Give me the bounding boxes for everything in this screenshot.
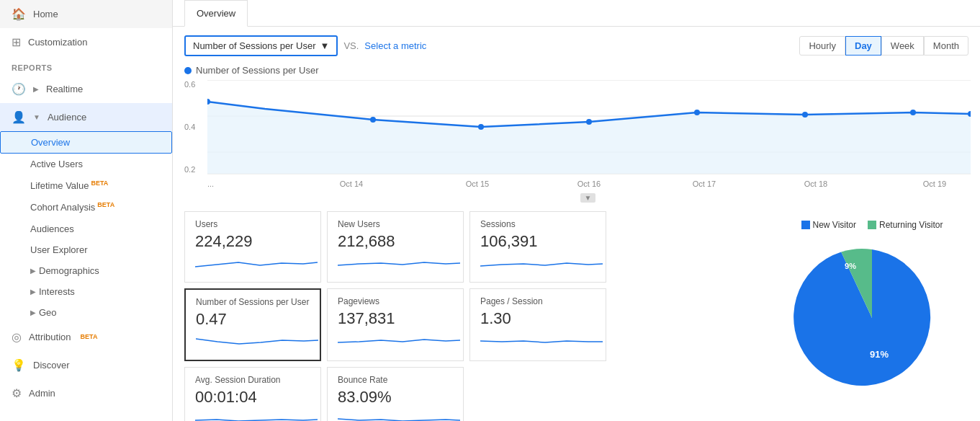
vs-text: VS. <box>343 40 359 51</box>
demographics-chevron: ▶ <box>30 267 36 275</box>
admin-icon: ⚙ <box>12 386 22 400</box>
sidebar-label-discover: Discover <box>33 360 70 371</box>
geo-chevron: ▶ <box>30 309 36 316</box>
sidebar-item-realtime[interactable]: 🕐 ▶ Realtime <box>0 75 172 103</box>
realtime-chevron: ▶ <box>33 85 39 93</box>
time-btn-hourly[interactable]: Hourly <box>799 36 845 56</box>
sidebar-label-customization: Customization <box>28 37 87 48</box>
time-btn-day[interactable]: Day <box>845 36 881 56</box>
audience-icon: 👤 <box>12 110 26 124</box>
metric-card-new-users[interactable]: New Users 212,688 <box>327 211 464 283</box>
main-content-row: Users 224,229 New Users 212,688 Se <box>173 211 980 421</box>
dropdown-arrow-icon: ▼ <box>320 40 330 51</box>
sidebar-item-cohort-analysis[interactable]: Cohort AnalysisBETA <box>0 196 172 218</box>
cohort-analysis-beta: BETA <box>97 201 114 208</box>
metric-card-value-sessions-per-user: 0.47 <box>196 310 310 329</box>
metric-card-sessions-per-user[interactable]: Number of Sessions per User 0.47 <box>184 288 321 361</box>
select-metric-link[interactable]: Select a metric <box>364 40 426 51</box>
metric-card-title-bounce-rate: Bounce Rate <box>338 375 453 385</box>
sidebar-item-home[interactable]: 🏠 Home <box>0 0 172 28</box>
sidebar: 🏠 Home ⊞ Customization REPORTS 🕐 ▶ Realt… <box>0 0 173 421</box>
time-btn-month[interactable]: Month <box>924 36 968 56</box>
pie-legend-new-visitor: New Visitor <box>801 220 856 230</box>
sidebar-label-admin: Admin <box>29 388 55 399</box>
mini-chart-bounce-rate <box>338 409 460 421</box>
metric-card-value-pages-per-session: 1.30 <box>480 309 595 328</box>
time-buttons: Hourly Day Week Month <box>799 36 968 56</box>
mini-chart-users <box>195 254 318 275</box>
metric-card-title-avg-session-duration: Avg. Session Duration <box>195 375 310 385</box>
reports-section-label: REPORTS <box>0 56 172 75</box>
chart-legend: Number of Sessions per User <box>184 65 968 76</box>
sidebar-item-admin[interactable]: ⚙ Admin <box>0 379 172 407</box>
sidebar-label-overview: Overview <box>31 137 70 148</box>
metric-card-title-pages-per-session: Pages / Session <box>480 296 595 306</box>
metric-card-title-pageviews: Pageviews <box>338 296 453 306</box>
metric-card-users[interactable]: Users 224,229 <box>184 211 321 283</box>
metric-row: Number of Sessions per User ▼ VS. Select… <box>184 35 968 56</box>
chart-area: Number of Sessions per User ▼ VS. Select… <box>173 27 980 211</box>
returning-visitor-label: Returning Visitor <box>879 220 943 230</box>
sidebar-item-discover[interactable]: 💡 Discover <box>0 351 172 379</box>
metrics-grid: Users 224,229 New Users 212,688 Se <box>173 211 764 421</box>
attribution-icon: ◎ <box>12 330 22 344</box>
svg-text:Oct 15: Oct 15 <box>466 180 489 188</box>
metric-card-value-pageviews: 137,831 <box>338 309 453 328</box>
metric-card-pageviews[interactable]: Pageviews 137,831 <box>327 288 464 361</box>
metric-card-sessions[interactable]: Sessions 106,391 <box>469 211 606 283</box>
sidebar-item-lifetime-value[interactable]: Lifetime ValueBETA <box>0 174 172 196</box>
sidebar-item-geo[interactable]: ▶ Geo <box>0 302 172 323</box>
svg-text:Oct 19: Oct 19 <box>923 180 946 188</box>
sidebar-label-geo: Geo <box>39 307 57 318</box>
returning-visitor-color-box <box>868 221 876 229</box>
metric-card-pages-per-session[interactable]: Pages / Session 1.30 <box>469 288 606 361</box>
returning-visitor-percent-label: 9% <box>845 262 856 270</box>
metric-card-value-sessions: 106,391 <box>480 232 595 251</box>
scroll-indicator: ▼ <box>207 192 968 203</box>
sidebar-label-cohort-analysis: Cohort Analysis <box>30 203 95 213</box>
metric-card-value-new-users: 212,688 <box>338 232 453 251</box>
sidebar-item-overview[interactable]: Overview <box>0 131 172 154</box>
mini-chart-avg-session-duration <box>195 409 318 421</box>
metric-card-avg-session-duration[interactable]: Avg. Session Duration 00:01:04 <box>184 367 321 421</box>
svg-point-8 <box>586 119 592 125</box>
new-visitor-label: New Visitor <box>813 220 856 230</box>
sidebar-label-interests: Interests <box>39 286 75 297</box>
sidebar-label-active-users: Active Users <box>30 159 83 169</box>
home-icon: 🏠 <box>12 7 26 21</box>
new-visitor-color-box <box>801 221 810 229</box>
sidebar-item-audience[interactable]: 👤 ▼ Audience <box>0 103 172 131</box>
sidebar-label-audience: Audience <box>48 112 86 123</box>
metric-card-title-sessions: Sessions <box>480 219 595 229</box>
time-btn-week[interactable]: Week <box>881 36 924 56</box>
mini-chart-sessions <box>480 254 603 275</box>
tab-overview-label: Overview <box>197 8 235 19</box>
metric-card-title-new-users: New Users <box>338 219 453 229</box>
pie-chart-panel: New Visitor Returning Visitor <box>764 211 980 421</box>
sidebar-item-interests[interactable]: ▶ Interests <box>0 281 172 302</box>
svg-point-6 <box>370 117 376 123</box>
sidebar-item-user-explorer[interactable]: User Explorer <box>0 239 172 260</box>
metric-card-value-users: 224,229 <box>195 232 310 251</box>
sidebar-item-audiences[interactable]: Audiences <box>0 218 172 239</box>
mini-chart-new-users <box>338 254 460 275</box>
audience-chevron: ▼ <box>33 113 40 121</box>
sidebar-label-user-explorer: User Explorer <box>30 244 87 255</box>
metrics-section: Users 224,229 New Users 212,688 Se <box>173 211 764 421</box>
metric-card-bounce-rate[interactable]: Bounce Rate 83.09% <box>327 367 464 421</box>
svg-point-11 <box>910 110 916 115</box>
sidebar-label-audiences: Audiences <box>30 223 74 234</box>
svg-marker-4 <box>207 102 971 174</box>
sidebar-item-customization[interactable]: ⊞ Customization <box>0 28 172 56</box>
sidebar-item-demographics[interactable]: ▶ Demographics <box>0 260 172 281</box>
svg-point-7 <box>478 124 484 130</box>
svg-text:Oct 18: Oct 18 <box>804 180 827 188</box>
tab-overview[interactable]: Overview <box>184 0 248 27</box>
sidebar-label-attribution: Attribution <box>29 332 71 342</box>
sidebar-item-active-users[interactable]: Active Users <box>0 154 172 174</box>
sidebar-item-attribution[interactable]: ◎ AttributionBETA <box>0 323 172 351</box>
svg-text:...: ... <box>207 180 214 188</box>
pie-legend: New Visitor Returning Visitor <box>801 220 943 230</box>
y-label-04: 0.4 <box>184 123 195 131</box>
metric-dropdown[interactable]: Number of Sessions per User ▼ <box>184 35 338 56</box>
